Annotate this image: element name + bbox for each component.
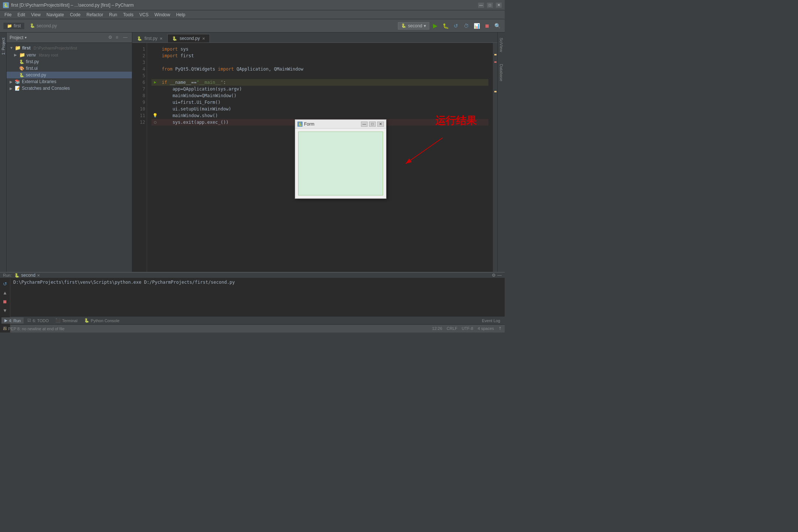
debug-button[interactable]: 🐛 [441, 21, 450, 30]
menu-file[interactable]: File [1, 11, 14, 18]
tree-item-venv[interactable]: ▶ 📁 venv library root [7, 51, 132, 58]
editor-tab-first-py[interactable]: 🐍 first.py ✕ [132, 34, 167, 42]
scrollbar-marker-error [494, 61, 497, 63]
sync-icon[interactable]: ⚙ [108, 35, 114, 41]
menu-code[interactable]: Code [67, 11, 83, 18]
project-tab-second[interactable]: 🐍 second.py [26, 23, 61, 29]
bottom-tab-todo[interactable]: ☑ 6: TODO [24, 317, 52, 324]
kw-import-4: import [218, 66, 234, 72]
code-line-1: import sys [151, 46, 488, 52]
tree-item-first-folder[interactable]: ▼ 📁 first D:\PycharmProjects\first [7, 44, 132, 51]
menu-tools[interactable]: Tools [120, 11, 136, 18]
tree-label-scratches: Scratches and Consoles [22, 86, 70, 91]
bottom-tab-run[interactable]: ▶ 4: Run [1, 317, 24, 324]
scrollbar-marker-warning2 [494, 91, 497, 92]
kw-from: from [162, 66, 173, 72]
sidebar-item-database[interactable]: Database [498, 62, 504, 83]
charset[interactable]: UTF-8 [462, 326, 473, 331]
run-arrow-icon: ▶ [151, 79, 159, 86]
run-panel-header: Run: 🐍 second ✕ ⚙ — [0, 273, 505, 278]
tree-item-first-ui[interactable]: 🎨 first.ui [7, 65, 132, 72]
close-tab-second[interactable]: ✕ [202, 37, 205, 41]
bottom-tab-terminal[interactable]: ⬛ Terminal [52, 317, 81, 324]
run-scroll-up-button[interactable]: ▲ [1, 289, 9, 297]
debug-icon: ○ [151, 119, 159, 126]
hide-panel-icon[interactable]: — [123, 35, 129, 41]
scratch-icon: 📝 [15, 86, 20, 91]
editor-tab-second-py[interactable]: 🐍 second.py ✕ [167, 34, 210, 42]
title-bar-left: 🐍 first [D:\PycharmProjects\first] – ...… [3, 2, 134, 8]
project-panel: Project ▾ ⚙ ≡ — ▼ 📁 first D:\PycharmProj… [7, 33, 132, 272]
run-panel: Run: 🐍 second ✕ ⚙ — ↺ ▲ ⏹ ▼ ⏸ ⊟ 🖨 🗑 D:\P… [0, 272, 505, 316]
bottom-tab-event-log[interactable]: Event Log [479, 318, 503, 324]
annotation-text: 运行结果 [435, 114, 477, 128]
search-everywhere-button[interactable]: 🔍 [493, 21, 502, 30]
code-line-3 [151, 59, 488, 66]
stop-button[interactable]: ⏹ [482, 21, 491, 30]
run-settings-icon[interactable]: ⚙ [492, 273, 496, 278]
window-controls[interactable]: — □ ✕ [478, 3, 502, 8]
run-config-selector[interactable]: 🐍 second ▾ [398, 22, 429, 30]
editor-tab-label-second: second.py [180, 36, 200, 41]
editor-tab-icon-second: 🐍 [172, 36, 177, 41]
project-tab-first[interactable]: 📁 first [3, 22, 25, 29]
run-tab-icon-bottom: ▶ [4, 318, 7, 323]
kw-import-2: import [162, 52, 178, 59]
run-config-label: second [408, 23, 422, 28]
menu-refactor[interactable]: Refactor [83, 11, 106, 18]
code-line-8: mainWindow=QMainWindow() [151, 92, 488, 99]
editor-tab-label-first: first.py [144, 36, 157, 41]
form-minimize-button[interactable]: — [361, 122, 368, 127]
code-line-2: import first [151, 52, 488, 59]
project-icon: 📁 [7, 24, 12, 28]
run-tab-close[interactable]: ✕ [37, 273, 40, 277]
tree-item-second-py[interactable]: 🐍 second.py [7, 72, 132, 78]
code-line-5 [151, 72, 488, 79]
editor-scrollbar[interactable] [493, 43, 497, 272]
menu-edit[interactable]: Edit [14, 11, 28, 18]
run-hide-icon[interactable]: — [497, 273, 502, 278]
menu-window[interactable]: Window [151, 11, 173, 18]
close-tab-first[interactable]: ✕ [160, 37, 163, 41]
tree-item-external-libraries[interactable]: ▶ 📚 External Libraries [7, 78, 132, 85]
tree-label-first-ui: first.ui [26, 66, 38, 71]
bottom-tab-python-console[interactable]: 🐍 Python Console [81, 317, 123, 324]
menu-run[interactable]: Run [106, 11, 120, 18]
menu-navigate[interactable]: Navigate [44, 11, 67, 18]
cursor-position[interactable]: 12:26 [432, 326, 443, 331]
project-label: Project [10, 35, 23, 40]
line-separator[interactable]: CRLF [447, 326, 457, 331]
run-scroll-down-button[interactable]: ▼ [1, 306, 9, 314]
tree-item-scratches[interactable]: ▶ 📝 Scratches and Consoles [7, 85, 132, 92]
run-rerun-button[interactable]: ↺ [1, 280, 9, 288]
run-button[interactable]: ▶ [431, 21, 440, 30]
sidebar-item-sciview[interactable]: SciView [498, 35, 504, 54]
indent[interactable]: 4 spaces [478, 326, 494, 331]
run-stop-button[interactable]: ⏹ [1, 297, 9, 306]
coverage-button[interactable]: ⏱ [462, 21, 471, 30]
menu-view[interactable]: View [28, 11, 44, 18]
terminal-icon: ⬛ [55, 318, 61, 323]
run-tab-label: second [21, 273, 35, 278]
tree-item-first-py[interactable]: 🐍 first.py [7, 58, 132, 65]
menu-vcs[interactable]: VCS [136, 11, 151, 18]
tree-label-library-root: library root [39, 53, 58, 57]
tree-path-first: D:\PycharmProjects\first [34, 46, 77, 50]
settings-icon[interactable]: ≡ [116, 35, 122, 41]
code-line-10: ui.setupUi(mainWindow) [151, 106, 488, 112]
run-tab-second[interactable]: 🐍 second ✕ [14, 273, 40, 278]
rerun-button[interactable]: ↺ [451, 21, 460, 30]
folder-icon: 📁 [15, 45, 21, 51]
menu-help[interactable]: Help [173, 11, 188, 18]
form-restore-button[interactable]: □ [369, 122, 376, 127]
form-close-button[interactable]: ✕ [377, 122, 384, 127]
line-numbers: 1 2 3 4 5 6 7 8 9 10 11 12 [132, 43, 147, 272]
status-warning-text: PEP 8: no newline at end of file [8, 327, 65, 331]
maximize-button[interactable]: □ [487, 3, 493, 8]
minimize-button[interactable]: — [478, 3, 484, 8]
profile-button[interactable]: 📊 [472, 21, 481, 30]
annotation-arrow [395, 134, 446, 171]
chevron-icon: ▾ [25, 35, 27, 40]
close-button[interactable]: ✕ [496, 3, 502, 8]
sidebar-item-project[interactable]: 1: Project [0, 35, 6, 57]
